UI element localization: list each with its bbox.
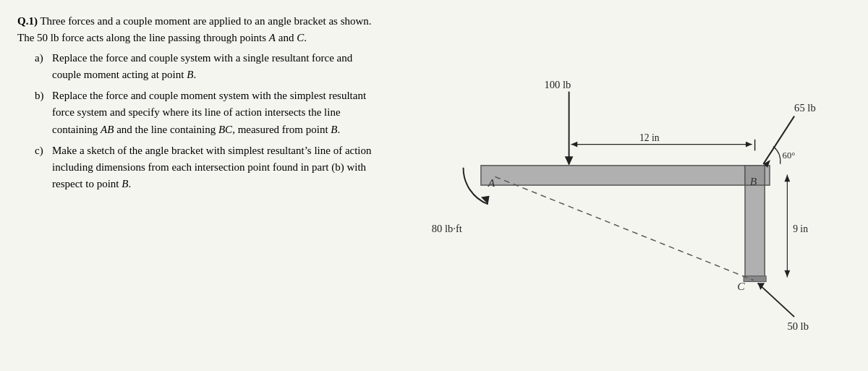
- part-c-text: Make a sketch of the angle bracket with …: [52, 142, 372, 193]
- diagram-svg: A B C 100 lb 12 in: [372, 13, 851, 360]
- angle-60-label: 60°: [783, 150, 796, 161]
- part-b-label: b): [35, 88, 48, 104]
- point-c-label: C: [297, 32, 304, 43]
- question-number: Q.1): [17, 15, 38, 27]
- question-text: Q.1) Three forces and a couple moment ar…: [17, 13, 372, 360]
- part-b: b) Replace the force and couple moment s…: [35, 88, 372, 138]
- point-b-text: B: [750, 175, 757, 187]
- diagram: A B C 100 lb 12 in: [372, 13, 851, 360]
- force-80lbft-label: 80 lb·ft: [432, 223, 462, 234]
- intro-text: Three forces and a couple moment are app…: [17, 15, 372, 43]
- force-65lb-label: 65 lb: [794, 102, 816, 114]
- svg-rect-1: [481, 166, 770, 185]
- point-c-text: C: [737, 280, 745, 292]
- part-a-label: a): [35, 50, 48, 67]
- page-content: Q.1) Three forces and a couple moment ar…: [17, 13, 851, 360]
- force-100lb-label: 100 lb: [545, 79, 571, 90]
- part-c: c) Make a sketch of the angle bracket wi…: [35, 142, 372, 193]
- point-a-label: A: [269, 32, 276, 43]
- point-a-text: A: [488, 176, 495, 189]
- part-a: a) Replace the force and couple system w…: [35, 50, 372, 84]
- svg-rect-0: [372, 14, 851, 359]
- force-50lb-label: 50 lb: [787, 320, 809, 332]
- parts-list: a) Replace the force and couple system w…: [35, 50, 372, 193]
- dim-9in-label: 9 in: [793, 223, 808, 234]
- part-b-text: Replace the force and couple moment syst…: [52, 88, 372, 138]
- question-intro: Q.1) Three forces and a couple moment ar…: [17, 13, 372, 47]
- dim-12in-label: 12 in: [639, 132, 660, 143]
- part-c-label: c): [35, 142, 48, 159]
- svg-rect-4: [744, 276, 766, 282]
- part-a-text: Replace the force and couple system with…: [52, 50, 372, 84]
